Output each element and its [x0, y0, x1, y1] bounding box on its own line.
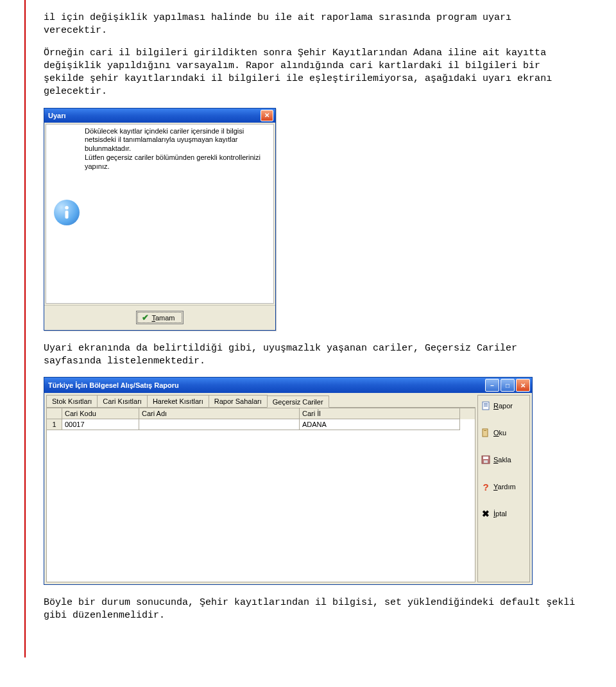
data-grid[interactable]: Cari Kodu Cari Adı Cari İl 1 00017 ADANA — [46, 408, 475, 582]
rapor-button[interactable]: Rapor — [481, 399, 527, 412]
tab-hareket[interactable]: Hareket Kısıtları — [147, 395, 209, 407]
tab-stok[interactable]: Stok Kısıtları — [46, 395, 98, 407]
minimize-icon[interactable]: – — [485, 379, 499, 392]
cell-rownum: 1 — [47, 419, 62, 430]
report-window: Türkiye İçin Bölgesel Alış/Satış Raporu … — [44, 377, 533, 585]
grid-header: Cari Kodu Cari Adı Cari İl — [47, 408, 475, 419]
info-icon — [54, 200, 80, 225]
dialog-message: Dökülecek kayıtlar içindeki cariler içer… — [85, 126, 271, 299]
svg-rect-5 — [484, 406, 488, 406]
tab-rapor[interactable]: Rapor Sahaları — [209, 395, 268, 407]
paragraph-4: Böyle bir durum sonucunda, Şehir kayıtla… — [44, 596, 576, 623]
check-icon: ✔ — [142, 313, 149, 322]
svg-rect-7 — [484, 430, 486, 431]
paragraph-1: il için değişiklik yapılması halinde bu … — [44, 12, 576, 38]
yardim-button[interactable]: ? Yardım — [481, 480, 527, 493]
maximize-icon[interactable]: □ — [501, 379, 515, 392]
warning-dialog: Uyarı ✕ Dökülecek kayıtlar içindeki cari… — [44, 108, 276, 331]
cancel-icon: ✖ — [481, 509, 491, 519]
dialog-title-text: Uyarı — [48, 112, 66, 119]
paragraph-2: Örneğin cari il bilgileri girildikten so… — [44, 47, 576, 99]
svg-rect-4 — [484, 404, 488, 405]
tab-gecersiz[interactable]: Geçersiz Cariler — [267, 396, 329, 408]
dialog-titlebar: Uyarı ✕ — [44, 109, 275, 123]
cell-il: ADANA — [300, 419, 460, 430]
save-icon — [481, 455, 491, 465]
svg-rect-6 — [483, 429, 488, 437]
close-icon[interactable]: ✕ — [261, 110, 273, 121]
table-row[interactable]: 1 00017 ADANA — [47, 419, 475, 430]
svg-rect-10 — [484, 460, 488, 463]
svg-rect-1 — [65, 210, 69, 218]
side-toolbar: Rapor Oku Sakla ? Yardım ✖ İptal — [477, 395, 530, 582]
oku-button[interactable]: Oku — [481, 426, 527, 439]
cell-kod: 00017 — [62, 419, 139, 430]
window-titlebar: Türkiye İçin Bölgesel Alış/Satış Raporu … — [44, 378, 532, 393]
col-cari-kodu: Cari Kodu — [62, 408, 139, 419]
col-cari-il: Cari İl — [300, 408, 460, 419]
svg-point-0 — [65, 205, 69, 209]
close-icon[interactable]: ✕ — [516, 379, 530, 392]
tab-bar: Stok Kısıtları Cari Kısıtları Hareket Kı… — [46, 395, 475, 408]
svg-rect-9 — [483, 457, 488, 459]
iptal-button[interactable]: ✖ İptal — [481, 507, 527, 520]
window-title-text: Türkiye İçin Bölgesel Alış/Satış Raporu — [48, 381, 179, 389]
paragraph-3: Uyari ekranında da belirtildiği gibi, uy… — [44, 342, 576, 369]
tab-cari[interactable]: Cari Kısıtları — [97, 395, 148, 407]
col-rownum — [47, 408, 62, 419]
read-icon — [481, 428, 491, 438]
svg-rect-3 — [484, 403, 488, 404]
col-cari-adi: Cari Adı — [139, 408, 300, 419]
sakla-button[interactable]: Sakla — [481, 453, 527, 466]
ok-button[interactable]: ✔ Tamam — [136, 311, 183, 324]
help-icon: ? — [481, 482, 491, 492]
cell-ad — [139, 419, 300, 430]
report-icon — [481, 401, 491, 411]
